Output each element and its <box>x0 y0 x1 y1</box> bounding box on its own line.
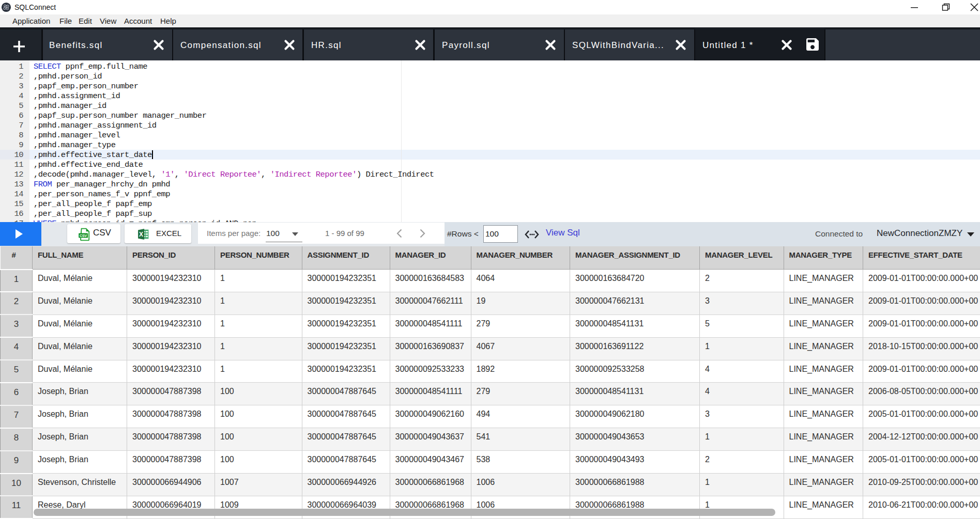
svg-text:X: X <box>139 231 143 238</box>
svg-text:CSV: CSV <box>80 234 87 238</box>
